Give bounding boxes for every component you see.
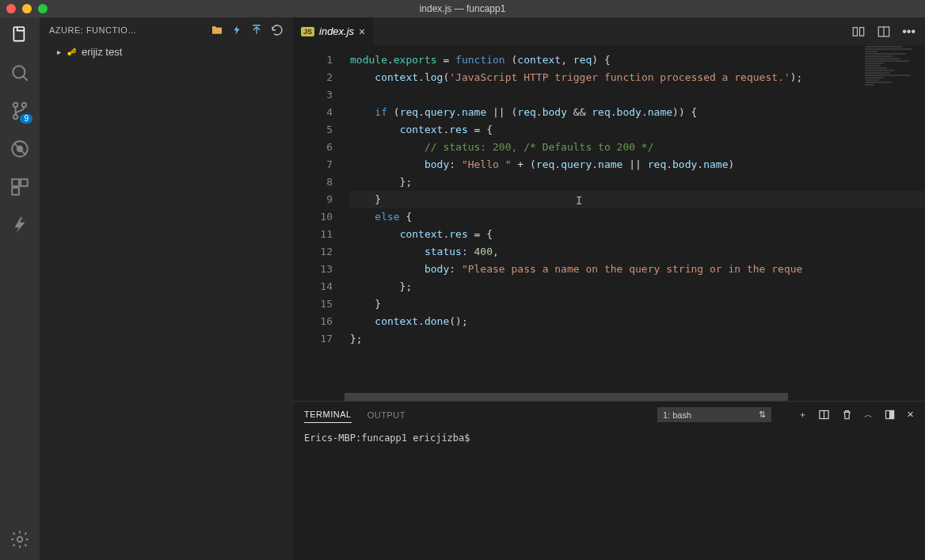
new-terminal-icon[interactable]: ＋ xyxy=(798,409,807,421)
terminal-selector-label: 1: bash xyxy=(663,410,691,420)
svg-point-13 xyxy=(67,51,71,55)
window-title: index.js — funcapp1 xyxy=(420,3,506,14)
terminal-selector[interactable]: 1: bash ⇅ xyxy=(657,407,771,422)
svg-point-4 xyxy=(22,103,26,107)
split-compare-icon[interactable] xyxy=(851,25,866,39)
panel: TERMINAL OUTPUT 1: bash ⇅ ＋ ︿ ✕ Erics-MB… xyxy=(293,401,925,560)
split-editor-icon[interactable] xyxy=(877,25,891,39)
subscription-item[interactable]: ▸ erijiz test xyxy=(40,43,293,61)
search-icon[interactable] xyxy=(9,62,31,84)
close-window-button[interactable] xyxy=(6,4,16,13)
svg-point-5 xyxy=(13,115,17,119)
split-terminal-icon[interactable] xyxy=(818,409,830,421)
tab-output[interactable]: OUTPUT xyxy=(367,407,405,423)
sidebar-actions xyxy=(211,24,284,36)
close-panel-icon[interactable]: ✕ xyxy=(907,410,914,420)
svg-rect-11 xyxy=(12,188,19,195)
svg-point-12 xyxy=(17,537,23,543)
maximize-window-button[interactable] xyxy=(38,4,48,13)
svg-point-1 xyxy=(13,66,25,78)
js-file-icon: JS xyxy=(301,27,314,36)
minimize-window-button[interactable] xyxy=(22,4,32,13)
trash-icon[interactable] xyxy=(841,409,853,421)
debug-icon[interactable] xyxy=(9,138,31,160)
tab-bar: JS index.js × ••• xyxy=(293,17,925,45)
chevron-right-icon: ▸ xyxy=(57,48,61,56)
terminal-body[interactable]: Erics-MBP:funcapp1 ericjizba$ xyxy=(293,428,925,448)
panel-actions: ＋ ︿ ✕ xyxy=(798,409,914,421)
chevron-updown-icon: ⇅ xyxy=(759,410,766,420)
lightning-icon[interactable] xyxy=(231,25,242,36)
svg-rect-15 xyxy=(860,27,864,36)
maximize-panel-icon[interactable] xyxy=(884,409,896,421)
tab-label: index.js xyxy=(319,25,354,37)
sidebar-header: AZURE: FUNCTIO… xyxy=(40,17,293,43)
sidebar-title: AZURE: FUNCTIO… xyxy=(49,25,204,35)
close-tab-icon[interactable]: × xyxy=(359,25,365,38)
key-icon xyxy=(66,47,77,58)
editor[interactable]: 1234567891011121314151617 module.exports… xyxy=(293,45,925,401)
svg-point-3 xyxy=(13,103,17,107)
line-gutter: 1234567891011121314151617 xyxy=(293,45,342,401)
explorer-icon[interactable] xyxy=(9,24,31,46)
code-content[interactable]: module.exports = function (context, req)… xyxy=(342,45,925,401)
tab-terminal[interactable]: TERMINAL xyxy=(304,406,352,423)
subscription-label: erijiz test xyxy=(82,46,122,58)
svg-rect-0 xyxy=(13,27,24,40)
source-control-icon[interactable]: 9 xyxy=(9,100,31,122)
upload-icon[interactable] xyxy=(250,24,263,36)
new-folder-icon[interactable] xyxy=(211,24,223,36)
tab-actions: ••• xyxy=(842,17,925,45)
settings-icon[interactable] xyxy=(9,528,31,550)
svg-rect-21 xyxy=(890,411,894,419)
svg-rect-14 xyxy=(853,27,857,36)
text-cursor-icon: I xyxy=(576,192,582,209)
azure-icon[interactable] xyxy=(9,214,31,236)
chevron-up-icon[interactable]: ︿ xyxy=(864,409,873,421)
traffic-lights xyxy=(6,4,48,13)
svg-rect-10 xyxy=(21,179,28,186)
tab-indexjs[interactable]: JS index.js × xyxy=(293,17,374,45)
svg-line-2 xyxy=(23,76,27,80)
panel-tabs: TERMINAL OUTPUT 1: bash ⇅ ＋ ︿ ✕ xyxy=(293,402,925,428)
editor-area: JS index.js × ••• 1234567891011121314151… xyxy=(293,17,925,560)
more-icon[interactable]: ••• xyxy=(902,25,915,39)
sidebar: AZURE: FUNCTIO… ▸ erijiz xyxy=(40,17,293,560)
activity-bar: 9 xyxy=(0,17,40,560)
extensions-icon[interactable] xyxy=(9,176,31,198)
svg-point-8 xyxy=(17,147,23,152)
titlebar: index.js — funcapp1 xyxy=(0,0,925,17)
refresh-icon[interactable] xyxy=(271,24,284,36)
svg-rect-9 xyxy=(12,179,19,186)
scm-badge: 9 xyxy=(20,114,32,124)
main-area: 9 AZURE: FUNCTIO… xyxy=(0,17,925,560)
horizontal-scrollbar[interactable] xyxy=(337,393,925,401)
terminal-prompt: Erics-MBP:funcapp1 ericjizba$ xyxy=(304,432,470,444)
